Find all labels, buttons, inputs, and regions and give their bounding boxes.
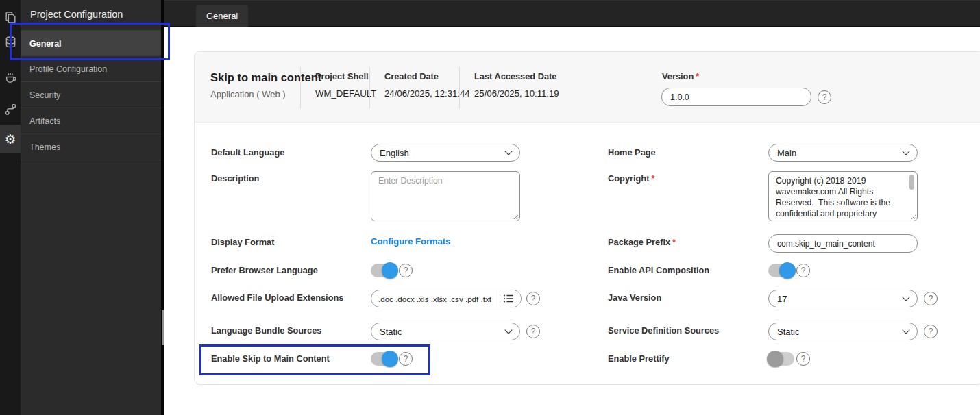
default-language-label: Default Language [211,147,284,158]
enable-api-composition-toggle[interactable] [768,264,794,277]
toggle-knob [779,262,796,279]
enable-skip-to-main-content-label: Enable Skip to Main Content [211,353,330,364]
chevron-down-icon [902,293,909,301]
info-value: 24/06/2025, 12:31:44 [384,88,470,99]
help-icon[interactable]: ? [399,264,413,277]
help-icon[interactable]: ? [399,352,413,366]
sidebar-item-themes[interactable]: Themes [21,134,161,160]
enable-prettify-toggle[interactable] [768,352,794,366]
toggle-knob [767,351,783,367]
textarea-scrollbar-thumb[interactable] [909,175,914,190]
help-icon[interactable]: ? [796,352,810,366]
help-icon[interactable]: ? [526,325,540,338]
enable-api-composition-label: Enable API Composition [608,265,709,275]
topbar: General [164,0,980,27]
allowed-extensions-input[interactable]: .doc .docx .xls .xlsx .csv .pdf .txt [371,294,495,303]
database-icon-glyph [4,36,17,49]
select-value: English [380,148,409,158]
scrollbar-thumb[interactable] [162,310,164,345]
info-value: 25/06/2025, 10:11:19 [474,88,559,99]
description-label: Description [211,173,259,184]
info-project-shell: Project Shell WM_DEFAULT [300,67,376,108]
extensions-list-button[interactable] [495,290,521,307]
info-last-accessed-date: Last Accessed Date 25/06/2025, 10:11:19 [459,67,559,108]
project-configuration-sidebar: Project Configuration General Profile Co… [21,0,161,415]
home-page-select[interactable]: Main [768,144,918,162]
toggle-knob [382,262,398,279]
service-definition-sources-label: Service Definition Sources [608,325,719,336]
project-info-header: Skip to main content Application ( Web )… [195,52,980,123]
chevron-down-icon [902,147,909,155]
enable-prettify-label: Enable Prettify [608,353,670,364]
home-page-label: Home Page [608,147,656,158]
chevron-down-icon [504,147,512,155]
copyright-label: Copyright* [608,173,654,184]
package-prefix-label: Package Prefix* [608,237,676,247]
help-icon[interactable]: ? [526,292,540,305]
display-format-label: Display Format [211,237,274,247]
package-prefix-input[interactable] [768,234,918,253]
version-input[interactable] [661,88,811,106]
required-asterisk: * [651,173,654,184]
copyright-textarea[interactable]: Copyright (c) 2018-2019 wavemaker.com Al… [768,171,918,221]
tab-general[interactable]: General [196,5,248,27]
info-label: Created Date [384,71,470,81]
app-icon-strip: ⚙ [0,0,21,415]
service-definition-sources-select[interactable]: Static [768,323,918,340]
required-asterisk: * [672,237,676,247]
sidebar-scrollbar[interactable] [161,0,164,415]
sidebar-item-artifacts[interactable]: Artifacts [21,108,161,134]
settings-gear-icon[interactable]: ⚙ [0,125,21,153]
info-label: Last Accessed Date [474,71,559,81]
toggle-knob [382,351,398,367]
version-label: Version* [662,71,699,81]
help-icon[interactable]: ? [796,264,810,277]
info-created-date: Created Date 24/06/2025, 12:31:44 [369,67,470,108]
database-icon[interactable] [0,30,21,53]
select-value: Main [777,148,796,158]
info-label: Project Shell [315,71,376,81]
project-subtitle: Application ( Web ) [210,89,286,99]
prefer-browser-language-toggle[interactable] [371,264,397,277]
sidebar-menu: General Profile Configuration Security A… [21,30,161,160]
allowed-file-upload-extensions-label: Allowed File Upload Extensions [211,292,343,303]
sidebar-item-profile-configuration[interactable]: Profile Configuration [21,56,161,82]
general-settings-card: Skip to main content Application ( Web )… [194,51,980,385]
sidebar-item-general[interactable]: General [21,30,161,56]
java-version-label: Java Version [608,292,661,303]
select-value: Static [380,327,402,337]
workflow-icon-glyph [4,103,17,116]
prefer-browser-language-label: Prefer Browser Language [211,265,318,275]
info-value: WM_DEFAULT [315,88,376,99]
help-icon[interactable]: ? [924,325,938,338]
chevron-down-icon [902,326,909,334]
sidebar-title: Project Configuration [30,9,123,20]
select-value: 17 [777,294,787,304]
sidebar-item-security[interactable]: Security [21,82,161,108]
coffee-icon-glyph [4,71,17,84]
help-icon[interactable]: ? [924,292,938,305]
java-version-select[interactable]: 17 [768,290,918,307]
pages-icon-glyph [4,11,17,24]
select-value: Static [777,327,800,337]
default-language-select[interactable]: English [371,144,520,162]
list-icon [503,294,514,303]
coffee-java-icon[interactable] [0,66,21,89]
configure-formats-link[interactable]: Configure Formats [371,236,450,247]
pages-icon[interactable] [0,5,21,29]
help-icon[interactable]: ? [818,90,831,104]
enable-skip-to-main-content-toggle[interactable] [371,352,397,366]
workflow-icon[interactable] [0,97,21,121]
chevron-down-icon [504,326,512,334]
description-textarea[interactable] [371,171,520,221]
resize-handle-icon[interactable] [909,213,916,220]
allowed-extensions-input-group: .doc .docx .xls .xlsx .csv .pdf .txt [371,290,522,307]
language-bundle-sources-label: Language Bundle Sources [211,325,321,336]
language-bundle-sources-select[interactable]: Static [371,323,520,340]
resize-handle-icon[interactable] [512,213,519,220]
required-asterisk: * [696,71,699,81]
gear-icon: ⚙ [4,133,16,146]
